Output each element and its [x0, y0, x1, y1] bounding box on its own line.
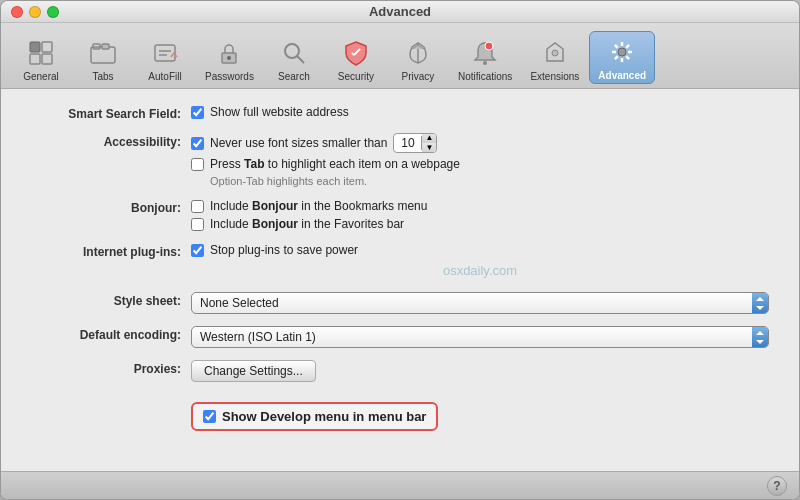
extensions-label: Extensions: [530, 71, 579, 82]
tab-tabs[interactable]: Tabs: [73, 33, 133, 84]
encoding-row: Default encoding: Western (ISO Latin 1): [31, 326, 769, 348]
tab-notifications[interactable]: Notifications: [450, 33, 520, 84]
svg-point-18: [552, 50, 558, 56]
tab-passwords[interactable]: Passwords: [197, 33, 262, 84]
svg-rect-2: [30, 54, 40, 64]
develop-content: Show Develop menu in menu bar: [191, 394, 769, 431]
smart-search-checkbox[interactable]: [191, 106, 204, 119]
stylesheet-value: None Selected: [192, 296, 752, 310]
notifications-icon: [469, 37, 501, 69]
accessibility-check2-row: Press Tab to highlight each item on a we…: [191, 157, 769, 171]
svg-line-24: [615, 45, 618, 48]
svg-line-13: [297, 56, 304, 63]
tab-extensions[interactable]: Extensions: [522, 33, 587, 84]
plugins-checkbox-row: Stop plug-ins to save power: [191, 243, 769, 257]
develop-label: Show Develop menu in menu bar: [222, 409, 426, 424]
svg-line-27: [615, 56, 618, 59]
encoding-label: Default encoding:: [31, 326, 191, 342]
proxies-content: Change Settings...: [191, 360, 769, 382]
window-title: Advanced: [369, 4, 431, 19]
bonjour-check2-row: Include Bonjour in the Favorites bar: [191, 217, 769, 231]
autofill-icon: [149, 37, 181, 69]
arrow-up-icon2: [756, 331, 764, 335]
bonjour-content: Include Bonjour in the Bookmarks menu In…: [191, 199, 769, 231]
bonjour-label: Bonjour:: [31, 199, 191, 215]
tab-search[interactable]: Search: [264, 33, 324, 84]
encoding-content: Western (ISO Latin 1): [191, 326, 769, 348]
search-icon: [278, 37, 310, 69]
develop-checkbox[interactable]: [203, 410, 216, 423]
stylesheet-content: None Selected: [191, 292, 769, 314]
arrow-down-icon: [756, 306, 764, 310]
smart-search-check-label: Show full website address: [210, 105, 349, 119]
help-button[interactable]: ?: [767, 476, 787, 496]
bonjour-bookmarks-checkbox[interactable]: [191, 200, 204, 213]
stylesheet-select[interactable]: None Selected: [191, 292, 769, 314]
tab-highlight-label: Press Tab to highlight each item on a we…: [210, 157, 460, 171]
minimize-button[interactable]: [29, 6, 41, 18]
accessibility-label: Accessibility:: [31, 133, 191, 149]
smart-search-checkbox-row: Show full website address: [191, 105, 769, 119]
tab-security[interactable]: Security: [326, 33, 386, 84]
stylesheet-label: Style sheet:: [31, 292, 191, 308]
stylesheet-row: Style sheet: None Selected: [31, 292, 769, 314]
svg-rect-3: [42, 54, 52, 64]
stepper-buttons: ▲ ▼: [422, 133, 436, 153]
stepper-up[interactable]: ▲: [422, 133, 436, 143]
accessibility-hint: Option-Tab highlights each item.: [210, 175, 769, 187]
proxies-label: Proxies:: [31, 360, 191, 376]
svg-point-16: [483, 61, 487, 65]
advanced-label: Advanced: [598, 70, 646, 81]
tabs-icon: [87, 37, 119, 69]
svg-point-11: [227, 56, 231, 60]
maximize-button[interactable]: [47, 6, 59, 18]
svg-point-12: [285, 44, 299, 58]
font-size-value: 10: [394, 136, 422, 150]
titlebar: Advanced: [1, 1, 799, 23]
general-icon: [25, 37, 57, 69]
stylesheet-arrows: [752, 293, 768, 313]
svg-line-26: [626, 45, 629, 48]
close-button[interactable]: [11, 6, 23, 18]
tab-general[interactable]: General: [11, 33, 71, 84]
accessibility-check1-row: Never use font sizes smaller than 10 ▲ ▼: [191, 133, 769, 153]
security-label: Security: [338, 71, 374, 82]
font-size-label: Never use font sizes smaller than: [210, 136, 387, 150]
search-label: Search: [278, 71, 310, 82]
tab-privacy[interactable]: Privacy: [388, 33, 448, 84]
change-settings-button[interactable]: Change Settings...: [191, 360, 316, 382]
svg-rect-7: [155, 45, 175, 61]
stepper-down[interactable]: ▼: [422, 143, 436, 153]
bonjour-favorites-checkbox[interactable]: [191, 218, 204, 231]
font-size-stepper[interactable]: 10 ▲ ▼: [393, 133, 437, 153]
svg-line-25: [626, 56, 629, 59]
plugins-checkbox[interactable]: [191, 244, 204, 257]
bonjour-row: Bonjour: Include Bonjour in the Bookmark…: [31, 199, 769, 231]
tab-advanced[interactable]: Advanced: [589, 31, 655, 84]
privacy-icon: [402, 37, 434, 69]
tab-highlight-checkbox[interactable]: [191, 158, 204, 171]
font-size-checkbox[interactable]: [191, 137, 204, 150]
smart-search-content: Show full website address: [191, 105, 769, 119]
passwords-label: Passwords: [205, 71, 254, 82]
encoding-select[interactable]: Western (ISO Latin 1): [191, 326, 769, 348]
security-icon: [340, 37, 372, 69]
tab-autofill[interactable]: AutoFill: [135, 33, 195, 84]
svg-rect-1: [42, 42, 52, 52]
extensions-icon: [539, 37, 571, 69]
notifications-label: Notifications: [458, 71, 512, 82]
encoding-value: Western (ISO Latin 1): [192, 330, 752, 344]
privacy-label: Privacy: [402, 71, 435, 82]
traffic-lights: [11, 6, 59, 18]
preferences-window: Advanced General Tabs AutoFill Password: [0, 0, 800, 500]
svg-rect-0: [30, 42, 40, 52]
svg-point-17: [485, 42, 493, 50]
passwords-icon: [213, 37, 245, 69]
plugins-row: Internet plug-ins: Stop plug-ins to save…: [31, 243, 769, 280]
watermark-text: osxdaily.com: [191, 263, 769, 278]
plugins-check-label: Stop plug-ins to save power: [210, 243, 358, 257]
advanced-icon: [606, 36, 638, 68]
develop-row-spacer: [31, 394, 191, 396]
accessibility-row: Accessibility: Never use font sizes smal…: [31, 133, 769, 187]
plugins-label: Internet plug-ins:: [31, 243, 191, 259]
